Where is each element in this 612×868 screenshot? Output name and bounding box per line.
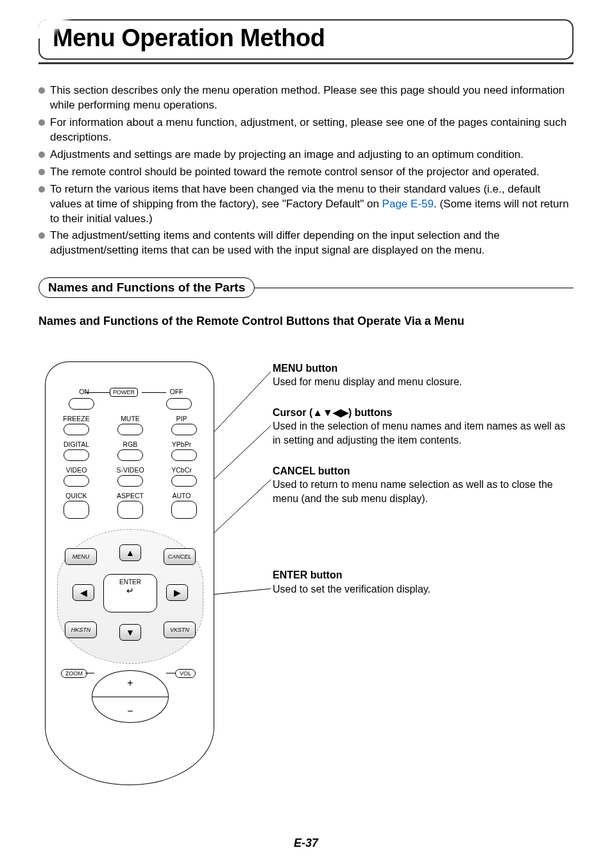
- callout-title: CANCEL button: [273, 464, 574, 478]
- page-title: Menu Operation Method: [53, 24, 559, 52]
- bullet-item: For information about a menu function, a…: [38, 116, 574, 145]
- label-quick: QUICK: [58, 492, 94, 499]
- rocker-divider: [92, 697, 168, 697]
- line: [85, 392, 110, 393]
- callout-desc: Used to set the verification display.: [273, 582, 574, 596]
- label-ypbpr: YPbPr: [164, 440, 200, 448]
- page-title-box: Menu Operation Method: [38, 19, 574, 60]
- vkstn-button[interactable]: VKSTN: [164, 621, 196, 638]
- bullet-icon: [38, 186, 45, 193]
- callout-desc: Used to return to menu name selection as…: [273, 478, 574, 505]
- line: [166, 673, 175, 673]
- callout-title: Cursor (▲▼◀▶) buttons: [273, 406, 574, 420]
- bullet-item: The adjustment/setting items and content…: [38, 229, 574, 258]
- label-mute: MUTE: [112, 415, 148, 422]
- video-button[interactable]: [64, 475, 89, 487]
- section-header-line: [254, 288, 574, 289]
- callout-menu: MENU button Used for menu display and me…: [273, 361, 574, 389]
- label-power: POWER: [110, 388, 138, 397]
- hkstn-button[interactable]: HKSTN: [65, 621, 97, 638]
- zoom-vol-rocker[interactable]: + −: [92, 670, 169, 723]
- auto-button[interactable]: [171, 501, 197, 519]
- enter-button[interactable]: ENTER ↵: [103, 574, 157, 612]
- callout-title: ENTER button: [273, 568, 574, 582]
- bullet-icon: [38, 169, 45, 175]
- label-rgb: RGB: [112, 440, 148, 448]
- label-vol: VOL: [175, 669, 196, 678]
- bullet-icon: [38, 87, 45, 94]
- cursor-down-button[interactable]: ▼: [119, 624, 141, 641]
- cancel-button[interactable]: CANCEL: [164, 548, 196, 565]
- callout-desc: Used in the selection of menu names and …: [273, 419, 574, 447]
- bullet-item: To return the various items that have be…: [38, 182, 574, 227]
- label-pip: PIP: [164, 415, 200, 422]
- cursor-left-button[interactable]: ◀: [72, 584, 94, 601]
- bullet-item: Adjustments and settings are made by pro…: [38, 148, 574, 162]
- digital-button[interactable]: [64, 449, 89, 461]
- pip-button[interactable]: [171, 424, 197, 435]
- diagram: ON POWER OFF FREEZE MUTE PIP DIGITAL RGB…: [38, 361, 574, 785]
- minus-icon: −: [92, 706, 168, 717]
- quick-button[interactable]: [64, 501, 89, 519]
- label-ycbcr: YCbCr: [164, 466, 200, 474]
- section-header: Names and Functions of the Parts: [38, 277, 574, 298]
- rgb-button[interactable]: [117, 449, 143, 461]
- label-video: VIDEO: [58, 466, 94, 474]
- callout-cancel: CANCEL button Used to return to menu nam…: [273, 464, 574, 506]
- label-aspect: ASPECT: [112, 492, 148, 499]
- label-off: OFF: [158, 388, 194, 395]
- callout-title: MENU button: [273, 361, 574, 376]
- title-underline: [38, 62, 574, 64]
- callout-desc: Used for menu display and menu closure.: [273, 375, 574, 389]
- page-link[interactable]: Page E-59: [382, 198, 434, 210]
- bullet-item: The remote control should be pointed tow…: [38, 165, 574, 180]
- sub-heading: Names and Functions of the Remote Contro…: [38, 314, 574, 329]
- bullet-icon: [38, 232, 45, 239]
- bullet-text: For information about a menu function, a…: [50, 116, 574, 145]
- bullet-item: This section describes only the menu ope…: [38, 83, 574, 113]
- bullet-text: The adjustment/setting items and content…: [50, 229, 574, 258]
- svideo-button[interactable]: [117, 475, 143, 487]
- menu-button[interactable]: MENU: [65, 548, 97, 565]
- bullet-icon: [38, 152, 45, 158]
- cursor-right-button[interactable]: ▶: [166, 584, 188, 601]
- callout-enter: ENTER button Used to set the verificatio…: [273, 568, 574, 596]
- enter-arrow-icon: ↵: [126, 586, 134, 596]
- callouts: MENU button Used for menu display and me…: [237, 361, 574, 613]
- ypbpr-button[interactable]: [171, 449, 197, 461]
- bullet-icon: [38, 119, 45, 126]
- ycbcr-button[interactable]: [171, 475, 197, 487]
- label-zoom: ZOOM: [61, 669, 87, 678]
- bullet-text: The remote control should be pointed tow…: [50, 165, 574, 180]
- page-number: E-37: [0, 837, 612, 850]
- section-header-title: Names and Functions of the Parts: [38, 277, 255, 298]
- label-freeze: FREEZE: [58, 415, 94, 422]
- off-button[interactable]: [166, 398, 192, 410]
- aspect-button[interactable]: [117, 501, 143, 519]
- mute-button[interactable]: [117, 424, 143, 435]
- freeze-button[interactable]: [64, 424, 89, 435]
- bullet-text: This section describes only the menu ope…: [50, 83, 574, 113]
- plus-icon: +: [92, 677, 168, 689]
- label-svideo: S-VIDEO: [112, 466, 148, 474]
- bullet-text: To return the various items that have be…: [50, 182, 574, 227]
- enter-label: ENTER: [119, 578, 141, 586]
- callout-cursor: Cursor (▲▼◀▶) buttons Used in the select…: [273, 406, 574, 447]
- remote-outline: ON POWER OFF FREEZE MUTE PIP DIGITAL RGB…: [45, 361, 214, 785]
- label-on: ON: [66, 388, 102, 395]
- intro-bullets: This section describes only the menu ope…: [38, 83, 574, 258]
- line: [85, 673, 94, 673]
- cursor-up-button[interactable]: ▲: [119, 544, 141, 561]
- label-auto: AUTO: [164, 492, 200, 499]
- bullet-text: Adjustments and settings are made by pro…: [50, 148, 574, 162]
- on-button[interactable]: [69, 398, 94, 410]
- remote-diagram: ON POWER OFF FREEZE MUTE PIP DIGITAL RGB…: [38, 361, 237, 785]
- label-digital: DIGITAL: [58, 440, 94, 448]
